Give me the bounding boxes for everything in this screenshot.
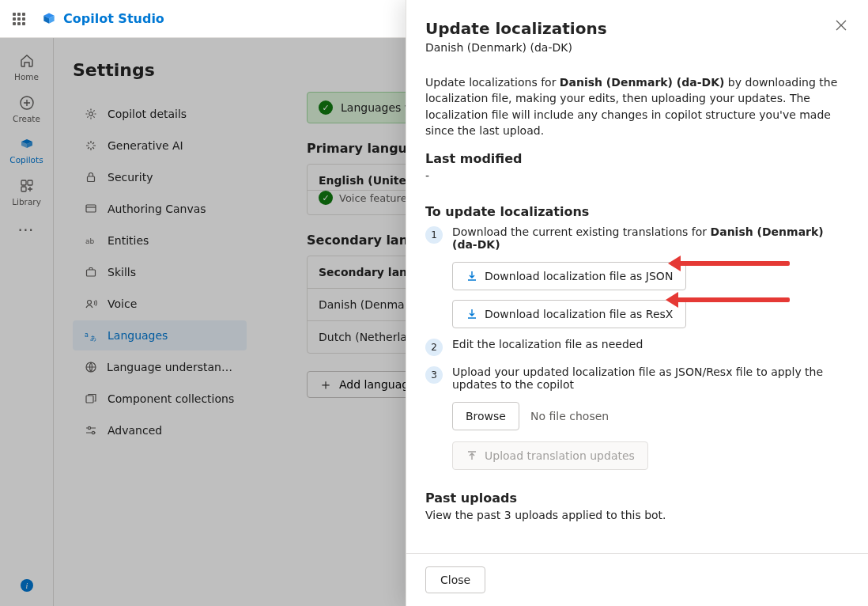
step-number-icon: 2: [425, 339, 443, 356]
waffle-icon[interactable]: [13, 13, 25, 25]
intro-bold: Danish (Denmark) (da-DK): [560, 76, 725, 89]
intro-pre: Update localizations for: [425, 76, 560, 89]
close-icon[interactable]: [830, 14, 852, 36]
annotation-arrow-icon: [671, 261, 790, 266]
download-icon: [466, 270, 478, 282]
step-number-icon: 1: [425, 226, 443, 244]
last-modified-heading: Last modified: [425, 151, 849, 166]
upload-icon: [466, 449, 478, 462]
close-label: Close: [440, 574, 470, 586]
download-json-label: Download localization file as JSON: [485, 270, 673, 282]
app-brand[interactable]: Copilot Studio: [41, 11, 164, 27]
download-json-button[interactable]: Download localization file as JSON: [452, 262, 686, 290]
annotation-arrow-icon: [669, 297, 790, 302]
step2-text: Edit the localization file as needed: [452, 338, 849, 350]
past-uploads-heading: Past uploads: [425, 490, 849, 506]
step1-pre: Download the current existing translatio…: [452, 225, 711, 238]
panel-header: Update localizations Danish (Denmark) (d…: [406, 0, 868, 62]
upload-translation-button: Upload translation updates: [452, 441, 648, 470]
panel-intro: Update localizations for Danish (Denmark…: [425, 74, 849, 138]
browse-button[interactable]: Browse: [452, 402, 519, 430]
close-button[interactable]: Close: [425, 566, 485, 593]
panel-title: Update localizations: [425, 19, 849, 38]
past-uploads-sub: View the past 3 uploads applied to this …: [425, 509, 849, 521]
panel-subtitle: Danish (Denmark) (da-DK): [425, 41, 849, 54]
step-2: 2 Edit the localization file as needed: [425, 338, 849, 356]
step-number-icon: 3: [425, 366, 443, 384]
copilot-studio-logo-icon: [41, 11, 57, 27]
panel-footer: Close: [406, 553, 868, 606]
app-title: Copilot Studio: [63, 11, 164, 26]
last-modified-value: -: [425, 169, 849, 182]
step1-text: Download the current existing translatio…: [452, 225, 849, 251]
browse-label: Browse: [466, 410, 506, 422]
no-file-chosen-text: No file chosen: [530, 410, 609, 422]
step-1: 1 Download the current existing translat…: [425, 225, 849, 328]
steps-heading: To update localizations: [425, 204, 849, 219]
download-resx-label: Download localization file as ResX: [485, 308, 673, 320]
panel-body: Update localizations for Danish (Denmark…: [406, 62, 868, 553]
upload-label: Upload translation updates: [485, 449, 635, 462]
update-localizations-panel: Update localizations Danish (Denmark) (d…: [406, 0, 868, 606]
download-resx-button[interactable]: Download localization file as ResX: [452, 300, 686, 328]
step-3: 3 Upload your updated localization file …: [425, 365, 849, 470]
step3-text: Upload your updated localization file as…: [452, 365, 849, 391]
download-icon: [466, 308, 478, 320]
